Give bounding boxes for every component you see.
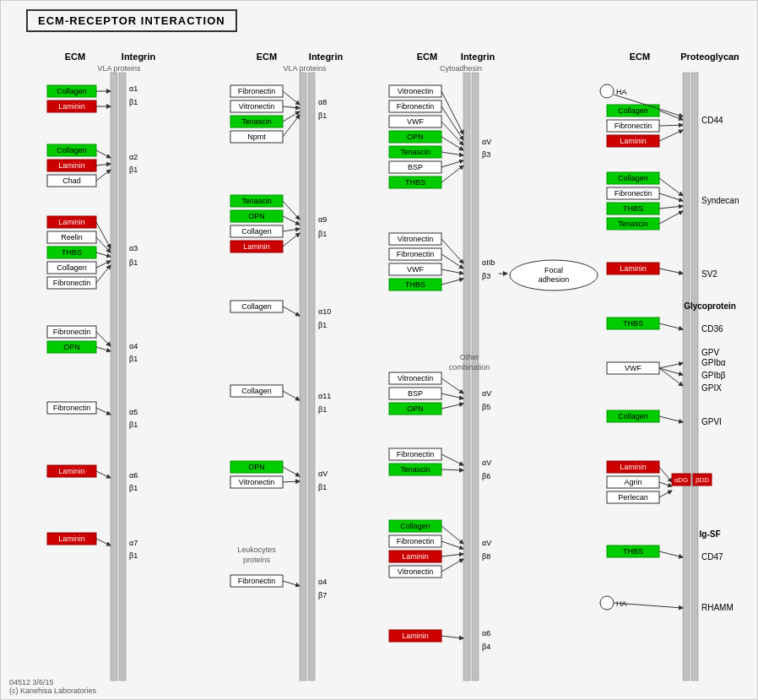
svg-text:ECM: ECM bbox=[257, 52, 277, 62]
svg-text:β1: β1 bbox=[318, 321, 327, 329]
svg-line-267 bbox=[659, 482, 672, 486]
svg-text:αV: αV bbox=[482, 459, 491, 467]
svg-text:α4: α4 bbox=[129, 342, 138, 350]
svg-text:Collagen: Collagen bbox=[400, 522, 430, 530]
svg-line-234 bbox=[659, 193, 683, 201]
svg-text:Fibronectin: Fibronectin bbox=[238, 577, 276, 585]
svg-text:Fibronectin: Fibronectin bbox=[397, 102, 435, 111]
svg-line-78 bbox=[283, 106, 300, 108]
svg-text:GPIX: GPIX bbox=[701, 383, 722, 393]
svg-text:CD44: CD44 bbox=[701, 116, 723, 125]
svg-text:α9: α9 bbox=[318, 215, 327, 224]
svg-text:α5: α5 bbox=[129, 408, 138, 416]
svg-text:β8: β8 bbox=[482, 552, 490, 561]
svg-text:Fibronectin: Fibronectin bbox=[615, 189, 652, 198]
svg-line-144 bbox=[441, 137, 463, 150]
svg-line-258 bbox=[659, 416, 683, 422]
svg-text:BSP: BSP bbox=[408, 389, 423, 398]
svg-text:GPIbβ: GPIbβ bbox=[701, 371, 726, 380]
svg-rect-4 bbox=[119, 73, 126, 681]
svg-text:VWF: VWF bbox=[625, 364, 642, 372]
svg-text:β4: β4 bbox=[482, 643, 490, 651]
svg-line-236 bbox=[659, 211, 683, 224]
svg-text:proteins: proteins bbox=[243, 556, 271, 564]
svg-line-21 bbox=[96, 170, 111, 181]
svg-text:THBS: THBS bbox=[405, 178, 425, 187]
svg-text:αV: αV bbox=[482, 539, 491, 547]
svg-text:β3: β3 bbox=[482, 150, 490, 159]
svg-text:THBS: THBS bbox=[623, 204, 643, 213]
svg-rect-3 bbox=[111, 73, 117, 681]
main-container: ECM-RECEPTOR INTERACTION ECM Integrin VL… bbox=[0, 0, 758, 700]
svg-text:Fibronectin: Fibronectin bbox=[615, 122, 652, 130]
svg-point-278 bbox=[600, 596, 614, 610]
svg-line-177 bbox=[441, 393, 463, 399]
svg-text:β6: β6 bbox=[482, 472, 490, 480]
svg-point-212 bbox=[600, 84, 614, 98]
svg-line-233 bbox=[659, 178, 683, 196]
svg-text:GPVI: GPVI bbox=[701, 417, 722, 426]
svg-text:α7: α7 bbox=[129, 539, 138, 547]
svg-text:Fibronectin: Fibronectin bbox=[397, 537, 435, 545]
footer-line2: (c) Kanehisa Laboratories bbox=[9, 686, 96, 695]
svg-text:α3: α3 bbox=[129, 244, 138, 252]
svg-text:α4: α4 bbox=[318, 578, 327, 586]
svg-text:Fibronectin: Fibronectin bbox=[397, 250, 435, 258]
pathway-diagram: ECM Integrin VLA proteins Collagen Lamin… bbox=[1, 47, 758, 689]
svg-text:Laminin: Laminin bbox=[58, 467, 85, 475]
title-box: ECM-RECEPTOR INTERACTION bbox=[26, 9, 237, 32]
svg-text:β1: β1 bbox=[129, 551, 138, 560]
svg-line-197 bbox=[441, 526, 463, 544]
svg-line-266 bbox=[659, 467, 672, 482]
svg-text:Integrin: Integrin bbox=[309, 52, 344, 62]
svg-text:Laminin: Laminin bbox=[620, 137, 647, 145]
svg-line-222 bbox=[659, 125, 683, 126]
svg-rect-67 bbox=[300, 73, 306, 681]
svg-text:Focal: Focal bbox=[544, 266, 563, 274]
svg-line-45 bbox=[96, 332, 111, 346]
svg-line-99 bbox=[283, 307, 300, 316]
svg-text:Fibronectin: Fibronectin bbox=[397, 450, 435, 459]
svg-line-146 bbox=[441, 160, 463, 167]
svg-line-235 bbox=[659, 206, 683, 209]
svg-line-38 bbox=[96, 265, 111, 283]
svg-text:SV2: SV2 bbox=[701, 269, 717, 279]
svg-line-92 bbox=[283, 216, 300, 225]
svg-line-61 bbox=[96, 539, 111, 545]
svg-text:Collagen: Collagen bbox=[57, 87, 87, 95]
svg-text:OPN: OPN bbox=[248, 463, 265, 471]
svg-text:Perlecan: Perlecan bbox=[618, 493, 648, 502]
svg-text:adhesion: adhesion bbox=[539, 275, 570, 284]
svg-line-36 bbox=[96, 252, 111, 257]
svg-rect-211 bbox=[691, 73, 698, 681]
svg-line-94 bbox=[283, 233, 300, 247]
svg-text:β1: β1 bbox=[318, 111, 327, 120]
svg-line-80 bbox=[283, 115, 300, 137]
svg-text:Fibronectin: Fibronectin bbox=[53, 404, 91, 412]
svg-line-158 bbox=[441, 239, 463, 263]
svg-line-161 bbox=[441, 279, 463, 285]
svg-rect-126 bbox=[472, 73, 479, 681]
svg-text:α1: α1 bbox=[129, 84, 138, 93]
svg-line-147 bbox=[441, 166, 463, 182]
svg-line-104 bbox=[283, 391, 300, 400]
svg-text:OPN: OPN bbox=[407, 133, 424, 141]
svg-text:Cytoadhesin: Cytoadhesin bbox=[440, 64, 482, 73]
svg-text:Collagen: Collagen bbox=[618, 412, 648, 421]
svg-line-223 bbox=[659, 130, 683, 141]
svg-text:THBS: THBS bbox=[405, 280, 425, 289]
svg-text:ECM: ECM bbox=[65, 52, 85, 62]
footer-line1: 04512 3/6/15 bbox=[9, 678, 96, 686]
svg-line-160 bbox=[441, 269, 463, 274]
svg-text:β3: β3 bbox=[482, 272, 490, 280]
svg-text:β7: β7 bbox=[318, 591, 327, 600]
svg-text:Laminin: Laminin bbox=[58, 534, 85, 543]
svg-text:CD36: CD36 bbox=[701, 324, 723, 334]
svg-text:Integrin: Integrin bbox=[461, 52, 495, 62]
svg-rect-125 bbox=[463, 73, 470, 681]
svg-line-111 bbox=[283, 467, 300, 476]
svg-line-276 bbox=[659, 551, 683, 557]
svg-text:Fibronectin: Fibronectin bbox=[53, 279, 91, 287]
svg-text:THBS: THBS bbox=[62, 248, 82, 257]
svg-text:Tenascin: Tenascin bbox=[241, 117, 272, 126]
